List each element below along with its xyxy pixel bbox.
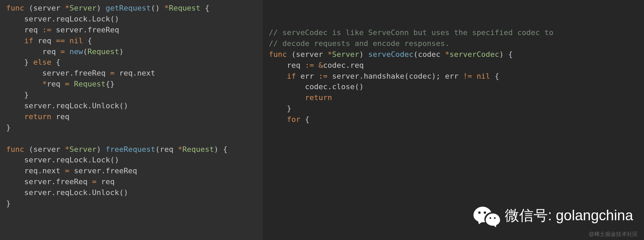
comment-line: // decode requests and encode responses. <box>269 39 450 48</box>
attribution-text: @稀土掘金技术社区 <box>589 230 638 238</box>
wechat-label: 微信号: golangchina <box>505 205 633 226</box>
code-panel-left: func (server *Server) getRequest() *Requ… <box>0 0 263 240</box>
code-block-serveCodec: // serveCodec is like ServeConn but uses… <box>263 27 644 125</box>
code-panel-right: // serveCodec is like ServeConn but uses… <box>263 0 644 240</box>
method-getRequest: getRequest <box>105 4 150 12</box>
wechat-watermark: 微信号: golangchina <box>473 205 633 226</box>
code-block-getRequest: func (server *Server) getRequest() *Requ… <box>0 3 263 209</box>
method-serveCodec: serveCodec <box>368 50 413 59</box>
keyword-func: func <box>6 4 24 12</box>
method-freeRequest: freeRequest <box>105 145 155 154</box>
wechat-icon <box>473 205 500 226</box>
comment-line: // serveCodec is like ServeConn but uses… <box>269 28 553 37</box>
